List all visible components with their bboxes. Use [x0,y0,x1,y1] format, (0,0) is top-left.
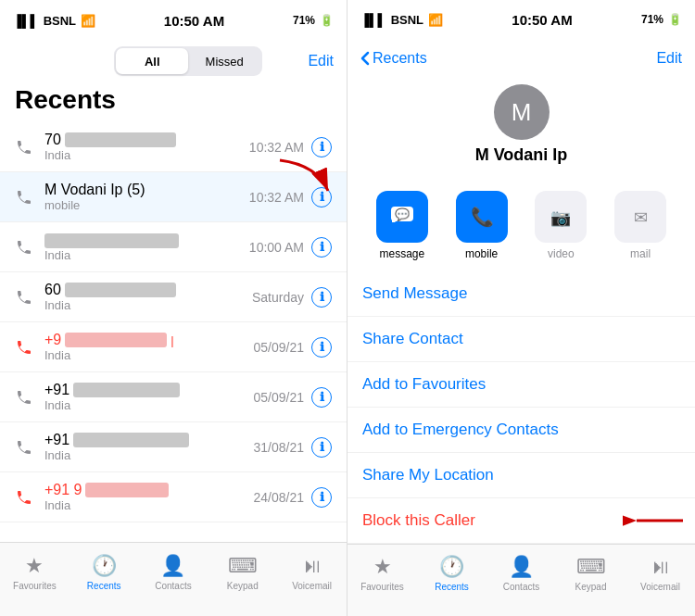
call-info: +91 9 India [44,482,254,512]
mail-icon: ✉ [628,205,652,229]
right-tab-voicemail[interactable]: ⏯ Voicemail [626,555,695,592]
call-sub: India [44,148,249,162]
right-clock-icon: 🕐 [439,555,464,579]
call-type-icon [15,487,35,508]
left-time: 10:50 AM [164,13,224,29]
menu-share-contact[interactable]: Share Contact [348,317,695,362]
call-type-icon [15,287,35,308]
action-video[interactable]: 📷 video [535,191,587,260]
right-carrier-name: BSNL [391,13,423,27]
call-info: 70 India [44,132,249,162]
menu-add-favourites[interactable]: Add to Favourites [348,362,695,408]
right-tab-keypad[interactable]: ⌨ Keypad [556,555,626,592]
call-type-icon [15,337,35,358]
back-label: Recents [373,50,427,67]
right-tab-contacts[interactable]: 👤 Contacts [486,555,556,592]
right-star-icon: ★ [373,555,392,579]
call-item[interactable]: +9 | India 05/09/21 ℹ [0,322,347,372]
tab-label-favourites: Favourites [13,581,57,591]
right-tab-recents[interactable]: 🕐 Recents [417,555,486,592]
tab-control-row: All Missed Edit [0,41,347,82]
call-item[interactable]: 60 India Saturday ℹ [0,272,347,322]
call-item[interactable]: +91 9 India 24/08/21 ℹ [0,472,347,522]
tab-recents[interactable]: 🕐 Recents [70,554,139,591]
avatar: M [494,84,550,140]
info-button[interactable]: ℹ [311,387,332,408]
call-time: 05/09/21 [254,340,305,355]
clock-icon: 🕐 [92,554,117,578]
mobile-label: mobile [465,247,498,260]
right-tab-label-keypad: Keypad [575,582,607,592]
call-sub: India [44,448,254,462]
call-item[interactable]: India 10:00 AM ℹ [0,222,347,272]
tab-favourites[interactable]: ★ Favourites [0,554,70,591]
call-sub-vodani: mobile [44,198,249,212]
info-button[interactable]: ℹ [311,237,332,258]
red-arrow-annotation [271,156,345,207]
carrier-name: BSNL [44,14,76,28]
tab-missed[interactable]: Missed [188,48,260,74]
call-sub: India [44,398,254,412]
action-mobile[interactable]: 📞 mobile [456,191,508,260]
right-tab-favourites[interactable]: ★ Favourites [348,555,417,592]
menu-list: Send Message Share Contact Add to Favour… [348,271,695,544]
segmented-control[interactable]: All Missed [114,46,262,76]
tab-label-recents: Recents [87,581,121,591]
phone-icon: 📞 [470,205,494,229]
call-item[interactable]: +91 India 05/09/21 ℹ [0,372,347,422]
right-edit-button[interactable]: Edit [656,50,682,67]
battery-icon: 🔋 [320,14,334,27]
left-edit-button[interactable]: Edit [308,53,334,69]
tab-keypad[interactable]: ⌨ Keypad [208,554,277,591]
right-tab-label-favourites: Favourites [360,582,404,592]
call-partial: +91 [44,432,70,448]
call-item[interactable]: +91 India 31/08/21 ℹ [0,422,347,472]
call-info: +91 India [44,432,254,462]
menu-share-location[interactable]: Share My Location [348,453,695,498]
message-label: message [380,247,425,260]
call-type-icon [15,437,35,458]
info-button[interactable]: ℹ [311,487,332,508]
menu-block-caller[interactable]: Block this Caller [348,498,695,544]
person-icon: 👤 [160,554,185,578]
menu-add-emergency[interactable]: Add to Emergency Contacts [348,408,695,453]
call-time: 10:32 AM [249,140,304,155]
tab-all[interactable]: All [116,48,188,74]
call-info: India [44,232,249,262]
right-tab-label-voicemail: Voicemail [640,582,680,592]
call-name-blurred [65,333,167,347]
info-button[interactable]: ℹ [311,337,332,358]
recents-title: Recents [0,82,347,122]
info-button[interactable]: ℹ [311,287,332,308]
tab-contacts[interactable]: 👤 Contacts [139,554,208,591]
contact-header: M M Vodani Ip [348,77,695,180]
info-button[interactable]: ℹ [311,137,332,157]
call-sub: India [44,348,254,362]
right-carrier: ▐▌▌ BSNL 📶 [360,13,443,27]
video-label: video [548,247,575,260]
call-info: 60 India [44,282,252,312]
call-info-vodani: M Vodani Ip (5) mobile [44,182,249,212]
right-status-bar: ▐▌▌ BSNL 📶 10:50 AM 71% 🔋 [348,0,695,39]
call-time: 24/08/21 [254,490,305,505]
contact-name: M Vodani Ip [475,145,568,165]
action-buttons-row: 💬 message 📞 mobile 📷 video ✉ mail [348,180,695,271]
right-bottom-tab-bar: ★ Favourites 🕐 Recents 👤 Contacts ⌨ Keyp… [348,544,695,616]
keypad-icon: ⌨ [228,554,258,578]
red-arrow-block-annotation [623,507,688,534]
action-mail[interactable]: ✉ mail [614,191,666,260]
action-message[interactable]: 💬 message [376,191,428,260]
call-name-blurred [44,233,179,248]
call-sub: India [44,498,254,512]
tab-label-contacts: Contacts [155,581,191,591]
call-partial: 70 [44,132,61,148]
menu-send-message[interactable]: Send Message [348,271,695,317]
call-info: +91 India [44,382,254,412]
tab-voicemail[interactable]: ⏯ Voicemail [277,554,347,591]
back-button[interactable]: Recents [360,50,427,67]
call-item-vodani[interactable]: M Vodani Ip (5) mobile 10:32 AM ℹ [0,172,347,222]
info-button[interactable]: ℹ [311,437,332,458]
right-tab-label-recents: Recents [435,582,469,592]
left-bottom-tab-bar: ★ Favourites 🕐 Recents 👤 Contacts ⌨ Keyp… [0,542,347,616]
call-info: +9 | India [44,332,254,362]
